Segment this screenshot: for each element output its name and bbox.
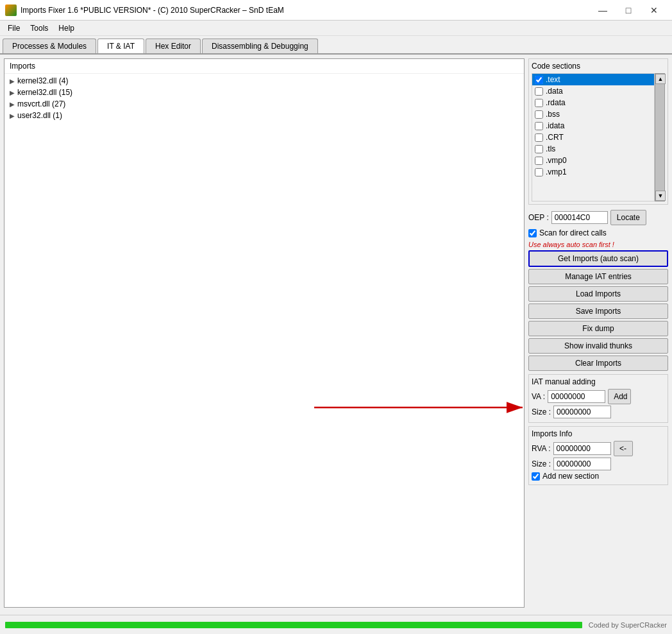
nav-button[interactable]: <- [614, 441, 633, 456]
menu-tools[interactable]: Tools [25, 22, 53, 34]
window-controls: — □ ✕ [590, 1, 667, 19]
section-idata-label: .idata [546, 121, 564, 130]
section-crt-label: .CRT [546, 133, 564, 142]
minimize-button[interactable]: — [590, 1, 616, 19]
tab-disassembling[interactable]: Disassembling & Debugging [202, 39, 318, 53]
close-button[interactable]: ✕ [641, 1, 667, 19]
tab-it-iat[interactable]: IT & IAT [97, 39, 144, 55]
load-imports-button[interactable]: Load Imports [528, 286, 668, 302]
section-crt-checkbox[interactable] [535, 133, 543, 142]
tab-hex-editor[interactable]: Hex Editor [146, 39, 201, 53]
section-rdata[interactable]: .rdata [532, 97, 654, 108]
va-input[interactable] [548, 390, 605, 403]
section-bss-label: .bss [546, 110, 560, 119]
info-size-input[interactable] [553, 458, 611, 470]
scan-direct-calls-label: Scan for direct calls [539, 228, 607, 237]
manage-iat-button[interactable]: Manage IAT entries [528, 269, 668, 284]
info-size-label: Size : [532, 459, 551, 468]
add-button[interactable]: Add [608, 389, 631, 404]
rva-input[interactable] [553, 442, 611, 455]
size-label: Size : [532, 407, 551, 416]
scan-direct-calls-checkbox[interactable] [528, 229, 537, 237]
tree-arrow: ▶ [10, 89, 15, 96]
coded-by-text: Coded by SuperCRacker [589, 621, 667, 629]
tab-processes-modules[interactable]: Processes & Modules [3, 39, 96, 53]
tree-arrow: ▶ [10, 101, 15, 108]
tree-item-msvcrt[interactable]: ▶ msvcrt.dll (27) [4, 98, 524, 110]
section-tls-label: .tls [546, 144, 555, 153]
add-section-label: Add new section [542, 472, 599, 481]
right-panel: Code sections .text .data .r [528, 58, 668, 608]
tree-item-kernel32-4[interactable]: ▶ kernel32.dll (4) [4, 75, 524, 87]
section-vmp1[interactable]: .vmp1 [532, 166, 654, 178]
scroll-down-button[interactable]: ▼ [655, 191, 666, 201]
section-text-checkbox[interactable] [535, 76, 543, 84]
tab-bar: Processes & Modules IT & IAT Hex Editor … [0, 36, 672, 55]
imports-list: ▶ kernel32.dll (4) ▶ kernel32.dll (15) ▶… [4, 74, 524, 607]
status-progress-bar [5, 622, 582, 628]
get-imports-button[interactable]: Get Imports (auto scan) [528, 250, 668, 267]
tree-item-kernel32-15[interactable]: ▶ kernel32.dll (15) [4, 87, 524, 98]
va-row: VA : Add [532, 389, 665, 404]
va-label: VA : [532, 392, 545, 401]
rva-row: RVA : <- [532, 441, 665, 456]
oep-label: OEP : [528, 213, 549, 222]
section-tls[interactable]: .tls [532, 143, 654, 155]
iat-manual-title: IAT manual adding [532, 377, 665, 386]
scroll-up-button[interactable]: ▲ [655, 74, 666, 84]
imports-info-title: Imports Info [532, 429, 665, 438]
size-input[interactable] [553, 406, 611, 418]
section-crt[interactable]: .CRT [532, 132, 654, 143]
tree-item-label: user32.dll (1) [17, 111, 62, 120]
oep-input[interactable] [551, 211, 608, 224]
menu-help[interactable]: Help [53, 22, 80, 34]
add-section-row: Add new section [532, 472, 665, 481]
tree-arrow: ▶ [10, 78, 15, 85]
save-imports-button[interactable]: Save Imports [528, 304, 668, 319]
add-section-checkbox[interactable] [532, 472, 540, 481]
section-data-checkbox[interactable] [535, 87, 543, 96]
show-invalid-button[interactable]: Show invalid thunks [528, 338, 668, 354]
section-bss[interactable]: .bss [532, 108, 654, 120]
section-text-label: .text [546, 75, 560, 84]
fix-dump-button[interactable]: Fix dump [528, 321, 668, 336]
code-sections-title: Code sections [532, 62, 665, 71]
iat-manual-group: IAT manual adding VA : Add Size : [528, 374, 668, 423]
window-title: Imports Fixer 1.6 *PUBLIC VERSION* - (C)… [21, 6, 284, 15]
section-data[interactable]: .data [532, 85, 654, 97]
section-rdata-checkbox[interactable] [535, 99, 543, 107]
locate-button[interactable]: Locate [610, 210, 646, 225]
maximize-button[interactable]: □ [616, 1, 641, 19]
section-text[interactable]: .text [532, 74, 654, 85]
sections-scrollbar: ▲ ▼ [655, 73, 665, 201]
title-bar: Imports Fixer 1.6 *PUBLIC VERSION* - (C)… [0, 0, 672, 21]
tree-arrow: ▶ [10, 112, 15, 119]
clear-imports-button[interactable]: Clear Imports [528, 356, 668, 371]
auto-scan-note: Use always auto scan first ! [528, 241, 668, 248]
tree-item-label: kernel32.dll (4) [17, 76, 68, 85]
menu-file[interactable]: File [3, 22, 25, 34]
sections-list: .text .data .rdata .bss [532, 73, 655, 201]
status-bar: Coded by SuperCRacker [0, 615, 672, 634]
scroll-thumb [655, 84, 664, 191]
section-vmp0-checkbox[interactable] [535, 157, 543, 165]
tree-item-label: msvcrt.dll (27) [17, 99, 65, 108]
tree-item-user32[interactable]: ▶ user32.dll (1) [4, 110, 524, 121]
section-vmp0[interactable]: .vmp0 [532, 155, 654, 166]
imports-panel: Imports ▶ kernel32.dll (4) ▶ kernel32.dl… [4, 58, 525, 608]
section-vmp1-checkbox[interactable] [535, 168, 543, 176]
section-idata-checkbox[interactable] [535, 122, 543, 130]
code-sections-group: Code sections .text .data .r [528, 58, 668, 205]
tree-item-label: kernel32.dll (15) [17, 88, 72, 97]
section-bss-checkbox[interactable] [535, 110, 543, 119]
section-tls-checkbox[interactable] [535, 145, 543, 153]
section-vmp1-label: .vmp1 [546, 167, 567, 176]
rva-label: RVA : [532, 444, 551, 453]
size-row: Size : [532, 406, 665, 418]
imports-header: Imports [4, 59, 524, 74]
app-icon [5, 4, 17, 16]
info-size-row: Size : [532, 458, 665, 470]
section-data-label: .data [546, 87, 563, 96]
section-idata[interactable]: .idata [532, 120, 654, 132]
oep-row: OEP : Locate [528, 210, 668, 225]
